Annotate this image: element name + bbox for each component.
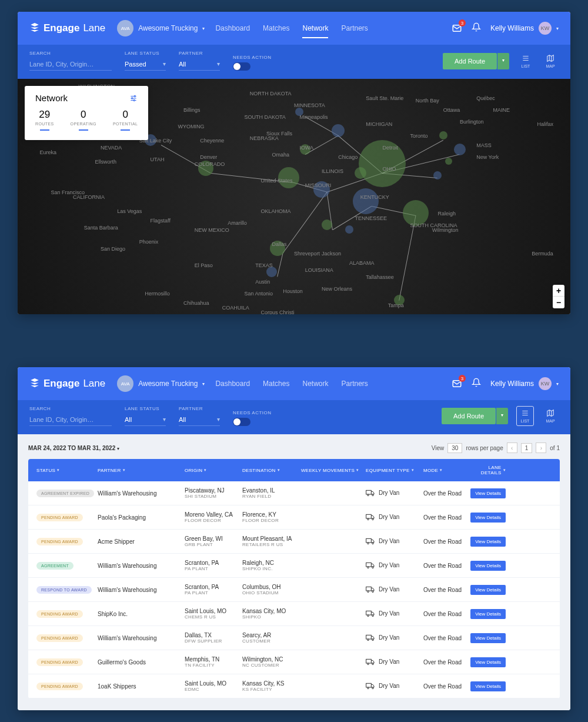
table-row: PENDING AWARDGuillermo's GoodsMemphis, T… xyxy=(28,650,560,674)
list-view-button[interactable]: LIST xyxy=(517,52,534,71)
network-node[interactable] xyxy=(359,140,406,187)
nav-dashboard[interactable]: Dashboard xyxy=(215,21,250,36)
nav-dashboard[interactable]: Dashboard xyxy=(215,376,250,391)
lane-status-select[interactable]: All xyxy=(125,414,166,426)
view-details-button[interactable]: View Details xyxy=(470,585,506,595)
svg-rect-38 xyxy=(366,684,372,688)
search-input[interactable] xyxy=(29,414,112,426)
list-view-button[interactable]: LIST xyxy=(516,406,534,426)
add-route-button[interactable]: Add Route xyxy=(442,408,496,424)
nav-partners[interactable]: Partners xyxy=(341,376,368,391)
view-details-button[interactable]: View Details xyxy=(470,681,506,691)
view-details-button[interactable]: View Details xyxy=(470,513,506,523)
col-mode[interactable]: MODE xyxy=(423,465,470,475)
network-node[interactable] xyxy=(345,225,353,234)
view-details-button[interactable]: View Details xyxy=(470,609,506,619)
view-details-button[interactable]: View Details xyxy=(470,537,506,547)
add-route-button[interactable]: Add Route xyxy=(443,53,497,69)
needs-action-toggle[interactable] xyxy=(233,418,250,426)
col-origin[interactable]: ORIGIN xyxy=(185,465,242,475)
page-input[interactable]: 1 xyxy=(521,443,533,453)
col-status[interactable]: STATUS xyxy=(36,465,98,475)
partner-cell: William's Warehousing xyxy=(98,563,185,569)
view-details-button[interactable]: View Details xyxy=(470,657,506,667)
network-node[interactable] xyxy=(439,131,447,139)
svg-point-8 xyxy=(132,97,133,98)
user-menu[interactable]: Kelly Williams KW ▾ xyxy=(490,377,559,390)
bell-icon[interactable] xyxy=(472,22,481,34)
col-lane-details[interactable]: LANE DETAILS xyxy=(470,465,506,475)
partner-select[interactable]: All xyxy=(179,58,220,71)
date-range-selector[interactable]: MAR 24, 2022 TO MAR 31, 2022 ▾ xyxy=(28,445,119,451)
svg-rect-23 xyxy=(366,563,372,567)
network-stats-panel: Network 29ROUTES0OPERATING0POTENTIAL xyxy=(25,86,148,140)
svg-rect-20 xyxy=(366,539,372,543)
map-view-button[interactable]: MAP xyxy=(542,52,559,71)
nav-partners[interactable]: Partners xyxy=(341,21,368,36)
nav-network[interactable]: Network xyxy=(302,376,328,391)
add-route-dropdown[interactable]: ▾ xyxy=(496,408,508,424)
notifications-icon[interactable]: 3 xyxy=(452,378,462,389)
rows-per-page-select[interactable]: 30 xyxy=(447,443,462,453)
table-header: STATUSPARTNERORIGINDESTINATIONWEEKLY MOV… xyxy=(28,459,560,481)
map[interactable]: WASHINGTONSeattleNORTH DAKOTABillingsMIN… xyxy=(18,79,570,314)
svg-point-31 xyxy=(372,615,374,617)
org-selector[interactable]: AVA Awesome Trucking ▾ xyxy=(117,20,205,36)
view-details-button[interactable]: View Details xyxy=(470,633,506,643)
view-details-button[interactable]: View Details xyxy=(470,488,506,498)
zoom-out-button[interactable]: − xyxy=(553,297,564,308)
partner-select[interactable]: All xyxy=(179,414,220,426)
status-badge: AGREEMENT EXPIRED xyxy=(36,490,94,497)
nav-matches[interactable]: Matches xyxy=(263,376,289,391)
lane-status-select[interactable]: Passed xyxy=(125,58,166,71)
mode-cell: Over the Road xyxy=(423,538,470,545)
notification-badge: 3 xyxy=(459,19,466,26)
org-selector[interactable]: AVA Awesome Trucking ▾ xyxy=(117,375,205,392)
svg-point-34 xyxy=(372,639,374,641)
network-node[interactable] xyxy=(198,161,213,176)
user-name: Kelly Williams xyxy=(490,380,534,388)
network-node[interactable] xyxy=(270,241,285,256)
nav-matches[interactable]: Matches xyxy=(263,21,289,36)
svg-rect-29 xyxy=(366,611,372,615)
col-destination[interactable]: DESTINATION xyxy=(242,465,301,475)
col-weekly-movements[interactable]: WEEKLY MOVEMENTS xyxy=(301,465,366,475)
filter-icon[interactable] xyxy=(129,94,138,102)
partner-cell: William's Warehousing xyxy=(98,635,185,641)
needs-action-label: NEEDS ACTION xyxy=(233,410,272,415)
network-node[interactable] xyxy=(394,295,405,305)
col-equipment-type[interactable]: EQUIPMENT TYPE xyxy=(366,465,423,475)
network-map-panel: EngageLane AVA Awesome Trucking ▾ Dashbo… xyxy=(18,12,570,314)
prev-page-button[interactable]: ‹ xyxy=(507,442,517,453)
view-details-button[interactable]: View Details xyxy=(470,561,506,571)
next-page-button[interactable]: › xyxy=(536,442,546,453)
svg-rect-14 xyxy=(366,491,372,495)
network-node[interactable] xyxy=(403,200,429,226)
org-avatar: AVA xyxy=(117,20,133,36)
mode-cell: Over the Road xyxy=(423,490,470,497)
table-row: PENDING AWARDPaola's PackagingMoreno Val… xyxy=(28,505,560,530)
bell-icon[interactable] xyxy=(472,378,481,390)
network-node[interactable] xyxy=(454,144,466,155)
lanes-table: STATUSPARTNERORIGINDESTINATIONWEEKLY MOV… xyxy=(28,459,560,698)
col-partner[interactable]: PARTNER xyxy=(98,465,185,475)
nav-network[interactable]: Network xyxy=(302,21,328,36)
network-node[interactable] xyxy=(300,144,310,155)
network-node[interactable] xyxy=(353,188,379,214)
user-menu[interactable]: Kelly Williams KW ▾ xyxy=(490,22,559,35)
notifications-icon[interactable]: 3 xyxy=(452,23,462,34)
network-node[interactable] xyxy=(355,167,366,179)
add-route-dropdown[interactable]: ▾ xyxy=(497,53,509,69)
org-avatar: AVA xyxy=(117,375,133,392)
zoom-in-button[interactable]: + xyxy=(553,285,564,297)
network-node[interactable] xyxy=(278,167,299,188)
search-input[interactable] xyxy=(29,58,112,71)
network-node[interactable] xyxy=(313,181,330,198)
needs-action-toggle[interactable] xyxy=(233,62,250,71)
map-view-button[interactable]: MAP xyxy=(542,407,559,425)
logo[interactable]: EngageLane xyxy=(29,22,105,34)
logo[interactable]: EngageLane xyxy=(29,378,105,390)
destination-cell: Evanston, ILRYAN FIELD xyxy=(242,487,301,499)
table-row: PENDING AWARDShipKo Inc.Saint Louis, MOC… xyxy=(28,602,560,626)
stat-routes: 29ROUTES xyxy=(35,109,54,131)
